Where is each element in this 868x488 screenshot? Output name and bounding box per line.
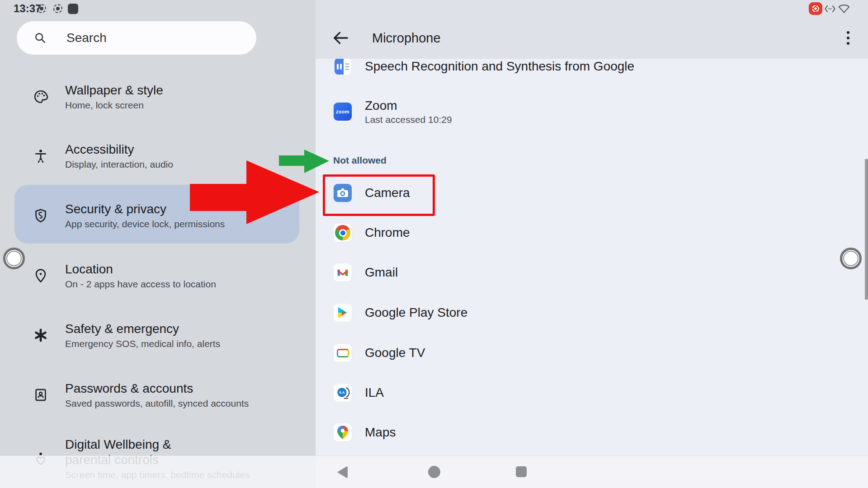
zoom-app-icon: zoom [334,103,352,121]
sidebar-item-wallpaper[interactable]: Wallpaper & style Home, lock screen [0,80,316,113]
page-title: Microphone [372,31,441,46]
search-input[interactable]: Search [17,21,256,55]
left-edge-handle[interactable] [3,248,25,269]
location-pin-icon [33,267,49,284]
shield-icon [33,207,49,224]
wifi-icon [838,4,850,14]
section-label-not-allowed: Not allowed [333,155,387,166]
sidebar-item-subtitle: On - 2 apps have access to location [65,278,216,290]
sidebar-item-title: Safety & emergency [65,321,220,337]
camera-highlight-box [323,174,435,216]
back-arrow-icon[interactable] [331,28,351,48]
sidebar-item-accessibility[interactable]: Accessibility Display, interaction, audi… [0,140,316,172]
app-last-accessed: Last accessed 10:29 [365,114,452,125]
app-row-zoom[interactable]: zoom Zoom Last accessed 10:29 [334,95,452,128]
sidebar-item-title: Passwords & accounts [65,381,249,396]
ila-icon: ILA [334,384,352,402]
app-row-speech-recognition[interactable]: Speech Recognition and Synthesis from Go… [334,59,634,83]
app-row-play-store[interactable]: Google Play Store [334,296,467,329]
sidebar-item-subtitle: Home, lock screen [65,99,163,111]
play-store-icon [334,304,352,322]
sidebar-item-title: Wallpaper & style [65,83,163,98]
speech-services-icon [334,59,352,75]
right-edge-handle[interactable] [840,248,862,269]
scrollbar[interactable] [865,159,868,300]
sidebar-item-location[interactable]: Location On - 2 apps have access to loca… [0,259,316,292]
search-placeholder: Search [66,31,107,45]
maps-icon [334,423,352,441]
detail-header [316,0,868,59]
search-icon [34,32,47,44]
sidebar-item-title: Security & privacy [65,202,225,217]
record-dot-icon [37,4,46,13]
svg-text:ILA: ILA [339,390,345,394]
asterisk-icon [33,327,49,343]
recents-square-icon[interactable] [516,466,527,477]
screen-record-badge [809,2,822,15]
sidebar-item-subtitle: Emergency SOS, medical info, alerts [65,338,220,350]
sidebar-item-safety-emergency[interactable]: Safety & emergency Emergency SOS, medica… [0,319,316,352]
back-triangle-icon[interactable] [337,466,348,479]
chrome-icon [334,224,352,242]
gmail-icon [334,263,352,282]
dark-square-icon [68,4,78,14]
app-row-chrome[interactable]: Chrome [334,216,410,249]
home-circle-icon[interactable] [428,466,440,478]
palette-icon [33,89,49,105]
app-row-google-tv[interactable]: Google TV [334,337,425,369]
google-tv-icon [334,344,352,362]
microphone-app-list: Speech Recognition and Synthesis from Go… [316,59,868,488]
sidebar-item-subtitle: App security, device lock, permissions [65,218,225,230]
accessibility-icon [33,148,49,164]
android-settings-screen: Search Wallpaper & style Home, lock scre… [0,0,868,488]
settings-sidebar [0,0,316,488]
developer-options-icon [825,5,835,13]
sidebar-item-title: Accessibility [65,142,173,157]
sidebar-item-title: Location [65,262,216,277]
id-card-icon [33,387,49,403]
sidebar-item-subtitle: Display, interaction, audio [65,158,173,170]
more-options-icon[interactable] [842,28,854,48]
record-dot-icon [53,4,62,13]
sidebar-item-subtitle: Saved passwords, autofill, synced accoun… [65,397,249,409]
sidebar-item-security-privacy[interactable]: Security & privacy App security, device … [0,199,316,232]
app-row-maps[interactable]: Maps [334,416,396,449]
app-name: Zoom [365,99,452,113]
app-row-gmail[interactable]: Gmail [334,256,398,289]
app-row-ila[interactable]: ILA ILA [334,376,384,409]
sidebar-item-passwords-accounts[interactable]: Passwords & accounts Saved passwords, au… [0,379,316,411]
